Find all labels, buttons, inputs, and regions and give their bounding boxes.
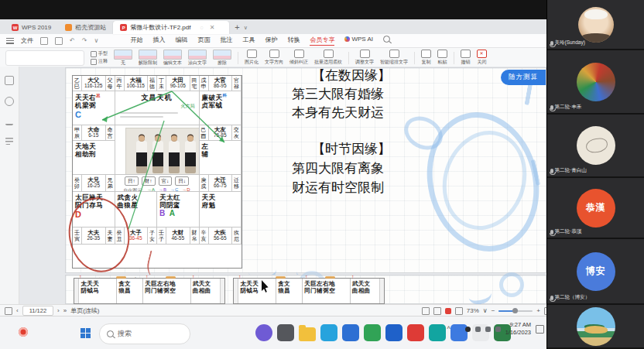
- view-mode-label[interactable]: 单页(连续): [70, 306, 99, 315]
- participant-tile[interactable]: 博安 第二轮（博安）: [547, 239, 644, 305]
- hua-button-cai-up[interactable]: 财↑: [142, 176, 156, 186]
- thumb-unlock-button[interactable]: 解除限制: [139, 50, 157, 66]
- fit-width-icon[interactable]: [455, 307, 463, 315]
- next-page-button[interactable]: ›: [57, 307, 60, 314]
- app-meeting-icon[interactable]: [255, 324, 272, 341]
- file-menu[interactable]: 文件: [21, 36, 33, 45]
- page-indicator[interactable]: 11/122: [22, 306, 53, 316]
- zoom-out-button[interactable]: −: [492, 307, 495, 314]
- tab-document-active[interactable]: P 紫微斗数设计-TF2.pdf ◌ ✕: [113, 21, 229, 34]
- notification-center-icon[interactable]: [536, 325, 544, 334]
- floating-tool-badge[interactable]: 随方测算: [501, 70, 546, 85]
- menu-protect[interactable]: 保护: [265, 36, 277, 46]
- hua-button-guan-down[interactable]: 官↓: [159, 176, 173, 186]
- tab-close-icon[interactable]: ✕: [210, 24, 215, 31]
- tray-icon[interactable]: [455, 327, 461, 332]
- menu-edit[interactable]: 编辑: [175, 36, 187, 46]
- menu-start[interactable]: 开始: [130, 36, 142, 46]
- last-page-button[interactable]: »: [63, 307, 67, 314]
- thumbnail-panel-icon[interactable]: [5, 76, 14, 85]
- pdf-next-page[interactable]: ↑ ↑ ↑ 太天天阴钺马 贪文狼昌 天巨左右地同门辅弼空 武天文曲相曲 ↑ ↑ …: [66, 275, 546, 303]
- start-button[interactable]: [80, 328, 91, 338]
- new-tab-button[interactable]: +: [235, 21, 239, 34]
- file-explorer-icon[interactable]: [299, 327, 316, 341]
- participant-tile[interactable]: 第二轮·青白山: [547, 115, 644, 178]
- volume-icon[interactable]: [485, 327, 491, 332]
- tool-text-direction-button[interactable]: 文字方向: [265, 50, 283, 65]
- network-icon[interactable]: [475, 327, 481, 332]
- double-page-view-icon[interactable]: [433, 307, 441, 315]
- tool-paste-button[interactable]: 粘贴: [437, 50, 447, 65]
- taskbar-search[interactable]: 搜索: [99, 323, 190, 344]
- recording-indicator-icon[interactable]: [19, 327, 28, 337]
- tray-icon[interactable]: [465, 327, 471, 332]
- menu-comment[interactable]: 批注: [220, 36, 232, 46]
- tool-batch-apply-button[interactable]: 批量适用底纹: [314, 50, 342, 65]
- zoom-level[interactable]: 73%: [467, 307, 479, 314]
- thumb-whiteout-button[interactable]: 涂白文字: [188, 50, 207, 66]
- redo-icon[interactable]: ↷: [82, 37, 87, 44]
- participant-tile[interactable]: 恭漢 第二轮·恭漢: [547, 178, 644, 239]
- hua-button-ri-down[interactable]: 日↓: [175, 176, 189, 186]
- app-icon[interactable]: [320, 324, 337, 341]
- app-wps-icon[interactable]: [407, 324, 424, 341]
- thumbnail-view-icon[interactable]: [5, 307, 12, 315]
- annotation-panel-icon[interactable]: [5, 118, 13, 125]
- keyboard-icon[interactable]: [495, 327, 501, 332]
- annotate-tool-button[interactable]: 注释: [91, 58, 108, 65]
- tool-smart-indent-button[interactable]: 智能缩排文字: [380, 50, 408, 65]
- undo-icon[interactable]: ↶: [70, 37, 75, 44]
- wps-logo-icon: W: [12, 24, 19, 31]
- taskbar-clock[interactable]: 9:27 AM 1/16/2023: [505, 321, 531, 337]
- menu-insert[interactable]: 插入: [152, 36, 165, 46]
- single-page-view-icon[interactable]: [422, 307, 430, 315]
- tool-deskew-button[interactable]: 倾斜纠正: [289, 50, 308, 65]
- app-icon[interactable]: [277, 324, 294, 341]
- tray-expand-icon[interactable]: ^: [447, 325, 450, 333]
- prev-page-button[interactable]: ‹: [16, 307, 19, 314]
- read-mode-icon[interactable]: [445, 308, 451, 314]
- menu-member-promo[interactable]: 会员专享: [310, 36, 334, 46]
- participant-tile[interactable]: [547, 305, 644, 349]
- tool-copy-button[interactable]: 复制: [421, 50, 431, 65]
- tab-wps-home[interactable]: W WPS 2019: [5, 21, 58, 34]
- tool-imageize-button[interactable]: 图片化: [245, 50, 259, 65]
- participant-tile[interactable]: 美玲(Sunday): [547, 0, 644, 50]
- participant-avatar: [577, 126, 615, 165]
- participant-tile[interactable]: 第二轮·丰禾: [547, 50, 644, 115]
- next-chart-preview-left: ↑ ↑ ↑ 太天天阴钺马 贪文狼昌 天巨左右地同门辅弼空 武天文曲相曲: [74, 278, 225, 304]
- tab-resource[interactable]: 稻壳资源站: [58, 21, 113, 34]
- hamburger-icon[interactable]: [6, 38, 14, 44]
- outline-panel-icon[interactable]: [5, 137, 13, 145]
- paste-icon: [437, 50, 447, 58]
- bookmark-panel-icon[interactable]: [5, 97, 14, 106]
- tab-list-caret-icon[interactable]: ∨: [244, 21, 248, 34]
- print-icon[interactable]: [55, 37, 63, 45]
- app-icon[interactable]: [385, 324, 402, 341]
- zoom-in-button[interactable]: +: [536, 307, 540, 314]
- zoom-caret-icon[interactable]: ∨: [483, 307, 488, 314]
- quickbar-caret-icon[interactable]: ∨: [94, 37, 98, 44]
- annotation-line: 第四大限有离象: [292, 159, 391, 178]
- tool-adjust-text-button[interactable]: 调整文字: [355, 50, 374, 65]
- thumb-erase-button[interactable]: 擦除: [213, 50, 231, 66]
- app-icon[interactable]: [429, 324, 446, 341]
- participant-label: 第二轮（博安）: [550, 294, 590, 301]
- menu-tools[interactable]: 工具: [242, 36, 255, 46]
- thumb-none-button[interactable]: 无: [114, 50, 132, 66]
- hand-tool-button[interactable]: 手型: [91, 50, 108, 57]
- menu-page[interactable]: 页面: [197, 36, 210, 46]
- tab-mode-icon[interactable]: ◌: [200, 25, 203, 30]
- app-wechat-icon[interactable]: [364, 324, 381, 341]
- hua-button-ri-up[interactable]: 日↑: [125, 176, 139, 186]
- tool-undo-button[interactable]: 撤销: [461, 50, 471, 65]
- search-icon[interactable]: [383, 36, 390, 43]
- pdf-page[interactable]: 随方测算 乙巳 大父116-125 父母 丙午 大福106-115 福德: [66, 68, 546, 272]
- tool-close-button[interactable]: 关闭: [477, 50, 487, 65]
- save-icon[interactable]: [40, 37, 48, 45]
- app-edge-icon[interactable]: [342, 324, 359, 341]
- thumb-edit-text-button[interactable]: 编辑文本: [163, 50, 182, 66]
- menu-convert[interactable]: 转换: [287, 36, 300, 46]
- zoom-slider[interactable]: [498, 310, 533, 312]
- menu-wps-ai[interactable]: WPS AI: [344, 36, 373, 46]
